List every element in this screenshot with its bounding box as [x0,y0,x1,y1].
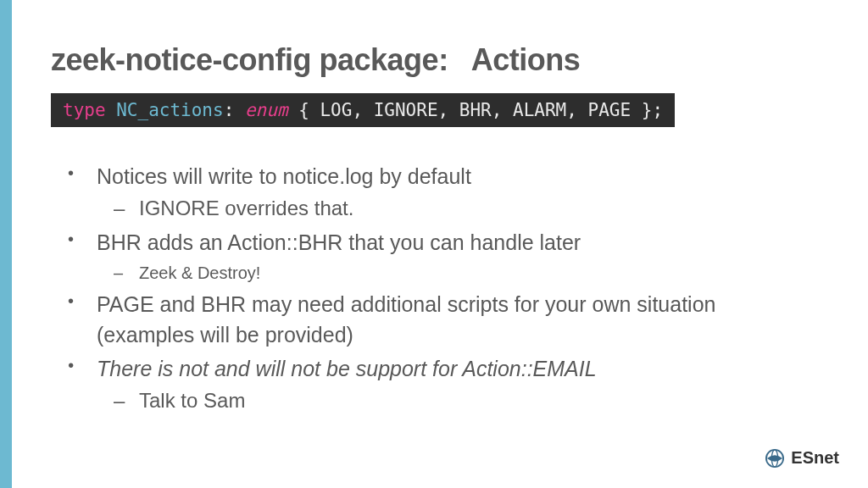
code-keyword-enum: enum [245,100,288,120]
footer-logo: ESnet [765,448,839,468]
code-keyword-type: type [63,100,116,120]
bullet-text: PAGE and BHR may need additional scripts… [97,292,715,347]
sub-list: Zeek & Destroy! [97,260,817,286]
bullet-text: BHR adds an Action::BHR that you can han… [97,230,581,254]
logo-text: ESnet [791,448,839,468]
bullet-item: BHR adds an Action::BHR that you can han… [83,227,817,285]
code-body: { LOG, IGNORE, BHR, ALARM, PAGE }; [288,100,664,120]
sub-text: Zeek & Destroy! [139,263,260,282]
sub-item: IGNORE overrides that. [125,193,817,224]
sub-list: IGNORE overrides that. [97,193,817,224]
sub-text: Talk to Sam [139,389,245,412]
sub-item: Zeek & Destroy! [125,260,817,286]
globe-icon [765,449,784,468]
code-identifier: NC_actions [116,100,223,120]
bullet-item: PAGE and BHR may need additional scripts… [83,289,817,351]
sub-text: IGNORE overrides that. [139,197,353,219]
bullet-list: Notices will write to notice.log by defa… [51,161,817,416]
slide-content: zeek-notice-config package: Actions type… [0,0,868,416]
slide-title: zeek-notice-config package: Actions [51,42,817,78]
accent-bar [0,0,12,488]
sub-item: Talk to Sam [125,385,817,416]
sub-list: Talk to Sam [97,385,817,416]
bullet-text: Notices will write to notice.log by defa… [97,164,471,188]
code-colon: : [224,100,245,120]
bullet-item: Notices will write to notice.log by defa… [83,161,817,224]
bullet-item: There is not and will not be support for… [83,353,817,416]
bullet-text: There is not and will not be support for… [97,357,597,380]
code-block: type NC_actions: enum { LOG, IGNORE, BHR… [51,93,675,127]
